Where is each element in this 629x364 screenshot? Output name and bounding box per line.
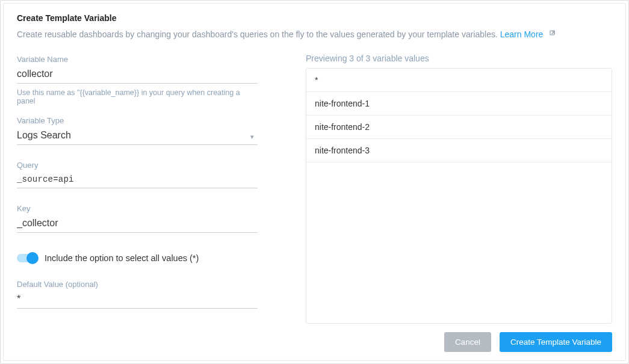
- form-column: Variable Name Use this name as "{{variab…: [17, 52, 258, 324]
- variable-type-value: Logs Search: [17, 128, 258, 145]
- key-input[interactable]: [17, 215, 258, 233]
- include-all-row: Include the option to select all values …: [17, 253, 258, 263]
- variable-type-select[interactable]: Logs Search ▾: [17, 128, 258, 145]
- variable-name-helper: Use this name as "{{variable_name}} in y…: [17, 88, 258, 105]
- query-label: Query: [17, 161, 258, 170]
- preview-column: Previewing 3 of 3 variable values * nite…: [306, 52, 612, 324]
- default-value-input[interactable]: [17, 291, 258, 309]
- variable-name-input[interactable]: [17, 66, 258, 84]
- cancel-button[interactable]: Cancel: [444, 332, 491, 352]
- query-field: Query: [17, 158, 258, 188]
- preview-list: * nite-frontend-1 nite-frontend-2 nite-f…: [306, 68, 612, 324]
- create-button[interactable]: Create Template Variable: [500, 332, 612, 352]
- dialog-subtitle-text: Create reusable dashboards by changing y…: [17, 29, 498, 39]
- include-all-toggle[interactable]: [17, 254, 37, 262]
- preview-item[interactable]: nite-frontend-1: [306, 92, 612, 116]
- dialog-subtitle: Create reusable dashboards by changing y…: [17, 29, 612, 39]
- include-all-label: Include the option to select all values …: [45, 253, 199, 263]
- dialog-window: Create Template Variable Create reusable…: [0, 0, 629, 364]
- key-field: Key: [17, 202, 258, 233]
- external-link-icon: [549, 29, 556, 39]
- dialog-inner: Create Template Variable Create reusable…: [3, 3, 626, 361]
- default-value-label: Default Value (optional): [17, 280, 258, 289]
- key-label: Key: [17, 204, 258, 213]
- variable-type-label: Variable Type: [17, 116, 258, 125]
- dialog-title: Create Template Variable: [17, 13, 612, 23]
- preview-label: Previewing 3 of 3 variable values: [306, 54, 612, 63]
- preview-item[interactable]: *: [306, 69, 612, 92]
- preview-item[interactable]: nite-frontend-2: [306, 116, 612, 139]
- toggle-knob: [26, 252, 39, 264]
- query-input[interactable]: [17, 172, 258, 188]
- dialog-footer: Cancel Create Template Variable: [17, 324, 612, 352]
- preview-item[interactable]: nite-frontend-3: [306, 139, 612, 162]
- variable-name-label: Variable Name: [17, 55, 258, 64]
- default-value-field: Default Value (optional): [17, 277, 258, 309]
- preview-empty-space: [306, 162, 612, 323]
- learn-more-link[interactable]: Learn More: [500, 29, 544, 39]
- dialog-body: Variable Name Use this name as "{{variab…: [17, 52, 612, 324]
